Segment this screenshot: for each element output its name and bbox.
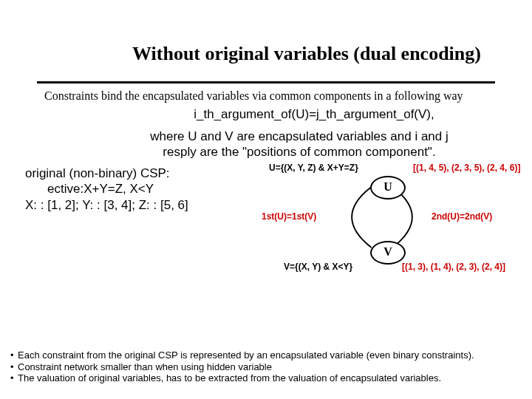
explain-line-1: where U and V are encapsulated variables… [111,129,488,144]
bullet-icon: • [10,372,18,384]
explain-line-2: resply are the "positions of common comp… [111,145,488,160]
csp-example: original (non-binary) CSP: ective:X+Y=Z,… [25,166,254,269]
csp-header: original (non-binary) CSP: [25,166,254,181]
explain-block: where U and V are encapsulated variables… [111,129,488,160]
intro-text: Constraints bind the encapsulated variab… [44,89,488,103]
title-rule [37,81,495,83]
csp-constraints: ective:X+Y=Z, X<Y [47,181,254,197]
footnotes: •Each constraint from the original CSP i… [10,349,522,384]
note-2: Constraint network smaller than when usi… [18,361,272,373]
dual-diagram: U V U={(X, Y, Z) & X+Y=Z} [(1, 4, 5), (2… [254,166,510,269]
bullet-icon: • [10,361,18,373]
node-V: V [370,241,406,265]
slide-title: Without original variables (dual encodin… [0,0,532,65]
formula-text: i_th_argument_of(U)=j_th_argument_of(V), [126,107,502,122]
node-U: U [370,176,406,200]
csp-domains: X: : [1, 2]; Y: : [3, 4]; Z: : [5, 6] [25,197,254,213]
note-3: The valuation of original variables, has… [18,372,441,384]
bullet-icon: • [10,349,18,361]
note-1: Each constraint from the original CSP is… [18,349,474,361]
